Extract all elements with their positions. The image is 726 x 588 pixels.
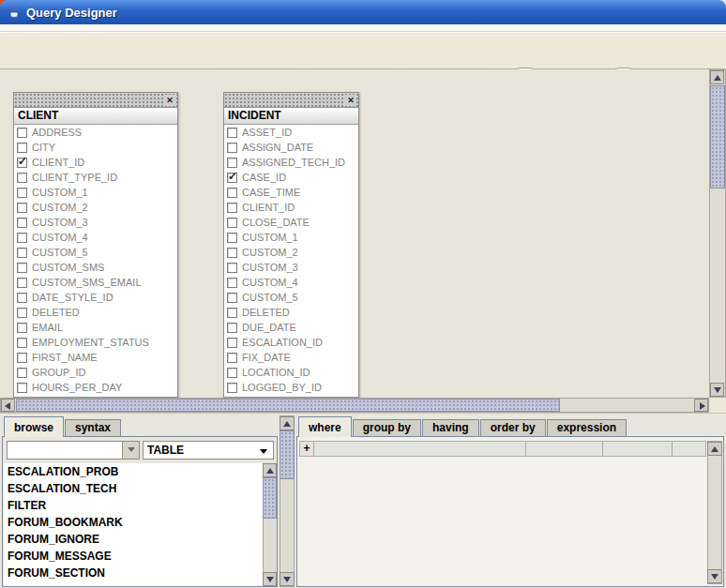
table-list-item[interactable]: ESCALATION_TECH: [4, 480, 263, 497]
field-checkbox[interactable]: [227, 203, 237, 213]
field-checkbox[interactable]: [227, 128, 237, 138]
field-checkbox[interactable]: [227, 323, 237, 333]
desktop-horizontal-scrollbar[interactable]: [0, 398, 709, 413]
scrollbar-thumb[interactable]: [710, 85, 725, 188]
field-checkbox[interactable]: [17, 353, 27, 363]
object-type-combobox[interactable]: TABLE: [143, 441, 274, 460]
field-list: ADDRESSCITY✓CLIENT_IDCLIENT_TYPE_IDCUSTO…: [14, 125, 177, 398]
field-checkbox[interactable]: [17, 188, 27, 198]
table-list-item[interactable]: FORUM_MESSAGE: [4, 548, 263, 565]
field-label: CASE_TIME: [242, 187, 300, 198]
frame-titlebar[interactable]: ✕: [224, 93, 358, 108]
field-checkbox[interactable]: ✓: [227, 173, 237, 183]
field-checkbox[interactable]: [17, 278, 27, 288]
criteria-tab-expression[interactable]: expression: [547, 419, 627, 436]
scrollbar-thumb[interactable]: [16, 399, 560, 412]
criteria-vertical-scrollbar[interactable]: [707, 441, 722, 584]
toolbar: DonePreviewStart OverDistinctJoin: [0, 32, 726, 69]
scroll-down-button[interactable]: [707, 569, 722, 583]
field-checkbox[interactable]: [17, 128, 27, 138]
criteria-tab-having[interactable]: having: [422, 419, 479, 436]
field-checkbox[interactable]: [227, 143, 237, 153]
scroll-down-button[interactable]: [280, 572, 295, 586]
field-checkbox[interactable]: [17, 323, 27, 333]
criteria-tab-group-by[interactable]: group by: [353, 419, 421, 436]
add-criteria-button[interactable]: +: [300, 442, 314, 456]
scroll-up-button[interactable]: [710, 70, 724, 84]
browse-tab-syntax[interactable]: syntax: [65, 419, 121, 436]
field-checkbox[interactable]: [17, 308, 27, 318]
scroll-left-button[interactable]: [1, 399, 15, 412]
combo-dropdown-button[interactable]: [122, 442, 139, 459]
field-checkbox[interactable]: [17, 233, 27, 243]
desktop-vertical-scrollbar[interactable]: [709, 69, 726, 398]
scrollbar-thumb[interactable]: [280, 430, 295, 479]
field-checkbox[interactable]: [227, 233, 237, 243]
criteria-tab-where[interactable]: where: [298, 416, 352, 437]
field-checkbox[interactable]: [17, 218, 27, 228]
filter-combobox[interactable]: [7, 441, 140, 460]
split-vertical-scrollbar[interactable]: [280, 415, 295, 587]
field-checkbox[interactable]: [227, 353, 237, 363]
table-list-item[interactable]: FORUM_IGNORE: [4, 531, 263, 548]
field-row: CUSTOM_2: [14, 200, 177, 215]
field-row: FIX_DATE: [224, 350, 358, 365]
field-checkbox[interactable]: [227, 218, 237, 228]
arrow-up-icon: [714, 75, 721, 81]
field-checkbox[interactable]: [227, 188, 237, 198]
field-label: CUSTOM_SMS: [32, 262, 104, 273]
field-label: DELETED: [242, 307, 290, 318]
table-list-item[interactable]: FORUM_SECTION: [4, 565, 263, 581]
field-row: ASSIGNED_TECH_ID: [224, 155, 358, 170]
field-checkbox[interactable]: [17, 383, 27, 393]
window-titlebar[interactable]: Query Designer: [0, 0, 726, 24]
field-label: EMAIL: [32, 322, 63, 333]
arrow-right-icon: [700, 402, 705, 410]
field-row: HOURS_PER_DAY: [14, 380, 177, 395]
field-checkbox[interactable]: [17, 293, 27, 303]
scroll-down-button[interactable]: [710, 383, 724, 397]
field-checkbox[interactable]: [227, 158, 237, 168]
scroll-right-button[interactable]: [694, 399, 708, 412]
frame-titlebar[interactable]: ✕: [14, 93, 177, 108]
field-checkbox[interactable]: [17, 263, 27, 273]
field-checkbox[interactable]: ✓: [17, 158, 27, 168]
field-checkbox[interactable]: [227, 293, 237, 303]
scroll-up-button[interactable]: [263, 463, 277, 477]
scrollbar-thumb[interactable]: [263, 477, 277, 519]
scroll-up-button[interactable]: [280, 416, 295, 430]
table-list-item[interactable]: FILTER: [4, 497, 263, 514]
field-label: CUSTOM_5: [242, 292, 298, 303]
scroll-down-button[interactable]: [263, 572, 277, 586]
criteria-column: [673, 442, 705, 456]
criteria-table-body[interactable]: [299, 457, 706, 584]
field-checkbox[interactable]: [227, 338, 237, 348]
field-checkbox[interactable]: [17, 338, 27, 348]
java-cup-icon: [7, 5, 22, 20]
field-checkbox[interactable]: [227, 248, 237, 258]
field-row: CUSTOM_SMS_EMAIL: [14, 275, 177, 290]
field-label: EMPLOYMENT_STATUS: [32, 337, 149, 348]
field-checkbox[interactable]: [227, 278, 237, 288]
field-checkbox[interactable]: [17, 203, 27, 213]
criteria-tab-order-by[interactable]: order by: [480, 419, 546, 436]
scroll-up-button[interactable]: [707, 442, 722, 456]
field-checkbox[interactable]: [17, 248, 27, 258]
field-checkbox[interactable]: [227, 383, 237, 393]
browse-tab-browse[interactable]: browse: [4, 416, 64, 437]
field-checkbox[interactable]: [17, 143, 27, 153]
table-list-item[interactable]: FORUM_BOOKMARK: [4, 514, 263, 531]
field-checkbox[interactable]: [227, 263, 237, 273]
object-type-combobox-value: TABLE: [144, 442, 273, 459]
field-label: GROUP_ID: [32, 367, 85, 378]
field-checkbox[interactable]: [227, 368, 237, 378]
field-checkbox[interactable]: [17, 368, 27, 378]
field-checkbox[interactable]: [227, 308, 237, 318]
window-title: Query Designer: [26, 6, 117, 20]
table-list-scrollbar[interactable]: [263, 463, 277, 586]
close-icon[interactable]: ✕: [345, 95, 356, 106]
close-icon[interactable]: ✕: [164, 95, 175, 106]
field-checkbox[interactable]: [17, 173, 27, 183]
table-list-item[interactable]: ESCALATION_PROB: [4, 463, 263, 480]
check-icon: ✓: [228, 170, 237, 183]
